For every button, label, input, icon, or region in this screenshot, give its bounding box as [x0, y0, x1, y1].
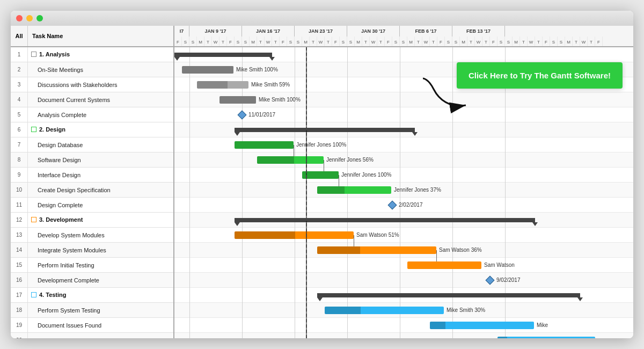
- all-col-header: All: [11, 26, 28, 46]
- task-row: 5 Analysis Complete: [11, 107, 173, 122]
- task-name: Design Complete: [28, 202, 173, 208]
- row-number: 9: [11, 168, 28, 182]
- cta-button[interactable]: Click Here to Try The Gantt Software!: [457, 62, 623, 89]
- maximize-button[interactable]: [36, 15, 43, 21]
- task-row: 8 Software Design: [11, 152, 173, 168]
- task-name: Develop System Modules: [28, 232, 173, 238]
- row-number: 2: [11, 62, 28, 77]
- row-number: 11: [11, 198, 28, 212]
- chart-body: Click Here to Try The Gantt Software! Mi…: [174, 47, 633, 338]
- task-row: 19 Document Issues Found: [11, 318, 173, 333]
- task-name: 1. Analysis: [28, 51, 173, 58]
- row-number: 20: [11, 333, 28, 338]
- row-number: 19: [11, 318, 28, 332]
- task-row: 7 Design Database: [11, 137, 173, 152]
- row-number: 6: [11, 122, 28, 137]
- row-number: 18: [11, 303, 28, 317]
- task-name: Analysis Complete: [28, 112, 173, 118]
- row-number: 15: [11, 258, 28, 272]
- task-row: 12 3. Development: [11, 213, 173, 228]
- task-row: 3 Discussions with Stakeholders: [11, 77, 173, 92]
- task-row: 1 1. Analysis: [11, 47, 173, 62]
- chart-area: I7JAN 9 '17JAN 16 '17JAN 23 '17JAN 30 '1…: [174, 26, 633, 338]
- gantt-container: All Task Name 1 1. Analysis 2: [11, 26, 633, 338]
- task-name: Integrate System Modules: [28, 247, 173, 253]
- row-number: 4: [11, 92, 28, 107]
- task-list: All Task Name 1 1. Analysis 2: [11, 26, 174, 338]
- task-name: Discussions with Stakeholders: [28, 82, 173, 88]
- row-number: 8: [11, 152, 28, 167]
- task-row: 9 Interface Design: [11, 168, 173, 183]
- task-row: 6 2. Design: [11, 122, 173, 137]
- task-name: On-Site Meetings: [28, 67, 173, 73]
- row-number: 5: [11, 107, 28, 122]
- task-name: Design Database: [28, 142, 173, 148]
- task-row: 13 Develop System Modules: [11, 228, 173, 243]
- row-number: 14: [11, 243, 28, 257]
- row-number: 17: [11, 288, 28, 302]
- task-name: Perform System Testing: [28, 307, 173, 314]
- task-row: 14 Integrate System Modules: [11, 243, 173, 258]
- row-number: 13: [11, 228, 28, 242]
- task-name: Document Issues Found: [28, 322, 173, 329]
- minimize-button[interactable]: [26, 15, 33, 21]
- task-row: 11 Design Complete: [11, 198, 173, 213]
- task-name: Document Current Systems: [28, 97, 173, 103]
- task-name: Interface Design: [28, 172, 173, 178]
- task-rows: 1 1. Analysis 2 On-Site Meetings 3: [11, 47, 173, 338]
- main-window: All Task Name 1 1. Analysis 2: [11, 11, 633, 338]
- task-name: 2. Design: [28, 126, 173, 133]
- task-row: 2 On-Site Meetings: [11, 62, 173, 77]
- task-row: 16 Development Complete: [11, 273, 173, 288]
- task-name: Perform Initial Testing: [28, 262, 173, 268]
- task-row: 15 Perform Initial Testing: [11, 258, 173, 273]
- taskname-col-header: Task Name: [28, 33, 173, 39]
- chart-header: I7JAN 9 '17JAN 16 '17JAN 23 '17JAN 30 '1…: [174, 26, 633, 47]
- row-number: 12: [11, 213, 28, 227]
- task-name: 4. Testing: [28, 292, 173, 299]
- task-row: 18 Perform System Testing: [11, 303, 173, 318]
- task-name: Software Design: [28, 157, 173, 163]
- task-row: 4 Document Current Systems: [11, 92, 173, 107]
- task-name: 3. Development: [28, 216, 173, 223]
- task-list-header: All Task Name: [11, 26, 173, 47]
- task-row: 10 Create Design Specification: [11, 183, 173, 198]
- row-number: 3: [11, 77, 28, 92]
- close-button[interactable]: [16, 15, 23, 21]
- row-number: 7: [11, 137, 28, 152]
- row-number: 1: [11, 47, 28, 62]
- task-row: 17 4. Testing: [11, 288, 173, 303]
- task-name: Correct Issues Found: [28, 337, 173, 339]
- task-name: Create Design Specification: [28, 187, 173, 193]
- row-number: 10: [11, 183, 28, 197]
- titlebar: [11, 11, 633, 26]
- task-row: 20 Correct Issues Found: [11, 333, 173, 338]
- row-number: 16: [11, 273, 28, 287]
- task-name: Development Complete: [28, 277, 173, 283]
